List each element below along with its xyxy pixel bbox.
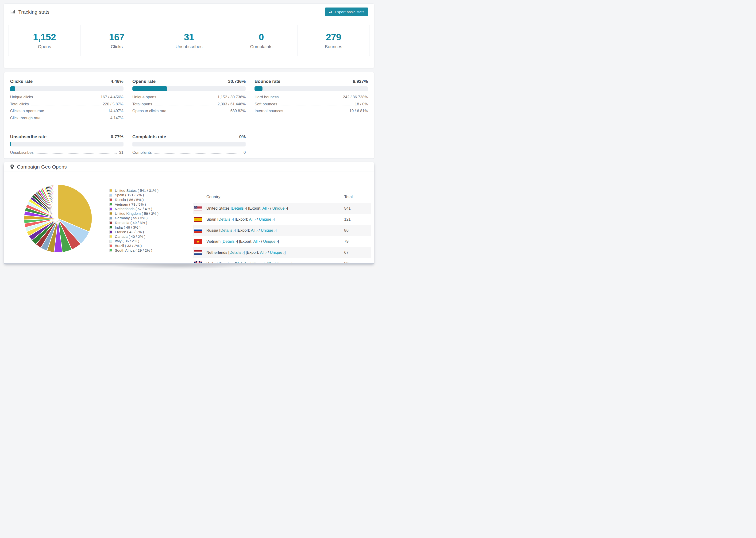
details-link[interactable]: Details ›	[218, 217, 233, 221]
rate-block-unsubscribe-rate: Unsubscribe rate0.77%Unsubscribes31	[10, 134, 124, 157]
export-all-link[interactable]: All ›	[260, 250, 266, 254]
details-link[interactable]: Details ›	[236, 261, 250, 264]
export-unique-link[interactable]: Unique ›	[277, 261, 291, 264]
legend-swatch	[109, 244, 112, 247]
rate-block-opens-rate: Opens rate30.736%Unique opens1,152 / 30.…	[133, 79, 246, 123]
slash: /	[267, 250, 270, 254]
rate-row-label: Unique clicks	[10, 95, 33, 99]
dotted-leader	[43, 119, 108, 119]
legend-swatch	[109, 203, 112, 206]
export-all-link[interactable]: All ›	[251, 228, 257, 232]
bar-chart-icon	[10, 9, 16, 15]
legend-swatch	[109, 217, 112, 220]
dotted-leader	[154, 105, 215, 105]
export-all-link[interactable]: All ›	[262, 206, 269, 210]
summary-stat-label: Opens	[38, 44, 51, 49]
export-all-link[interactable]: All ›	[249, 217, 256, 221]
summary-stat-value: 0	[259, 32, 264, 42]
legend-swatch	[109, 212, 112, 215]
rate-row-label: Click through rate	[10, 116, 40, 120]
country-name: United States	[206, 206, 231, 210]
rates-grid: Clicks rate4.46%Unique clicks167 / 4.456…	[10, 79, 368, 157]
rate-row-value: 1,152 / 30.736%	[217, 95, 245, 99]
rate-row: Total clicks220 / 5.87%	[10, 102, 124, 109]
rate-row-value: 31	[119, 150, 123, 155]
geo-table-row: Spain [Details ›] [Export: All › / Uniqu…	[193, 214, 371, 225]
tracking-stats-card: Tracking stats Export basic stats 1,152O…	[4, 4, 374, 68]
geo-table-header-total: Total	[344, 194, 352, 199]
dotted-leader	[31, 105, 100, 105]
export-unique-link[interactable]: Unique ›	[272, 206, 287, 210]
legend-swatch	[109, 231, 112, 234]
geo-table-total-cell: 541	[344, 206, 351, 211]
legend-label: Russia ( 86 / 5% )	[115, 198, 144, 202]
details-link[interactable]: Details ›	[223, 239, 237, 243]
legend-swatch	[109, 249, 112, 252]
details-link[interactable]: Details ›	[229, 250, 244, 254]
rate-block-clicks-rate: Clicks rate4.46%Unique clicks167 / 4.456…	[10, 79, 124, 123]
export-unique-link[interactable]: Unique ›	[263, 239, 278, 243]
rate-progress-track	[10, 142, 124, 146]
export-all-link[interactable]: All ›	[267, 261, 273, 264]
export-all-link[interactable]: All ›	[253, 239, 260, 243]
export-basic-stats-button[interactable]: Export basic stats	[325, 8, 368, 16]
export-unique-link[interactable]: Unique ›	[259, 217, 274, 221]
summary-stat-value: 279	[326, 32, 341, 42]
legend-swatch	[109, 235, 112, 238]
legend-item: Germany ( 55 / 3% )	[109, 216, 158, 221]
geo-table-country-cell: Netherlands [Details ›] [Export: All › /…	[206, 250, 286, 255]
legend-label: Brazil ( 33 / 2% )	[115, 243, 142, 248]
rate-head: Complaints rate0%	[133, 134, 246, 139]
legend-swatch	[109, 221, 112, 224]
geo-table-country-cell: United Kingdom [Details ›] [Export: All …	[206, 261, 292, 264]
legend-item: Spain ( 121 / 7% )	[109, 193, 158, 198]
campaign-geo-opens-card: Campaign Geo Opens United States ( 541 /…	[4, 162, 374, 264]
rate-row-value: 242 / 86.738%	[343, 95, 368, 99]
dotted-leader	[35, 98, 98, 98]
rate-head: Unsubscribe rate0.77%	[10, 134, 124, 139]
details-link[interactable]: Details ›	[220, 228, 235, 232]
rate-title: Complaints rate	[133, 134, 166, 139]
map-marker-icon	[10, 164, 14, 170]
bracket: ]	[285, 250, 286, 254]
legend-item: United Kingdom ( 59 / 3% )	[109, 211, 158, 216]
rate-block-bounce-rate: Bounce rate6.927%Hard bounces242 / 86.73…	[254, 79, 368, 123]
dotted-leader	[36, 153, 117, 154]
bracket: ]	[246, 206, 248, 210]
rate-row: Internal bounces19 / 6.81%	[254, 109, 368, 116]
export-button-label: Export basic stats	[335, 10, 364, 14]
geo-table-total-cell: 86	[344, 228, 349, 233]
geo-table-total-cell: 79	[344, 239, 349, 243]
pie-slice-other	[58, 185, 58, 219]
rate-row: Clicks to opens rate14.497%	[10, 109, 124, 116]
legend-swatch	[109, 198, 112, 201]
legend-item: South Africa ( 29 / 2% )	[109, 248, 158, 253]
geo-table-row: United States [Details ›] [Export: All ›…	[193, 203, 371, 214]
geo-table: Country Total United States [Details ›] …	[193, 191, 371, 264]
export-icon	[329, 9, 333, 14]
rate-row-value: 689.82%	[230, 109, 245, 113]
rate-row: Complaints0	[133, 150, 246, 157]
export-unique-link[interactable]: Unique ›	[270, 250, 285, 254]
legend-label: Spain ( 121 / 7% )	[115, 193, 144, 197]
details-link[interactable]: Details ›	[232, 206, 246, 210]
export-unique-link[interactable]: Unique ›	[261, 228, 275, 232]
geo-table-row: Netherlands [Details ›] [Export: All › /…	[193, 247, 371, 258]
rate-row-label: Opens to clicks rate	[133, 109, 166, 113]
rate-row-label: Internal bounces	[254, 109, 283, 113]
rate-row-label: Complaints	[133, 150, 152, 155]
legend-label: France ( 42 / 2% )	[115, 230, 144, 234]
rate-value: 0.77%	[111, 134, 124, 139]
slash: /	[269, 206, 272, 210]
legend-item: United States ( 541 / 31% )	[109, 188, 158, 193]
legend-swatch	[109, 240, 112, 243]
rate-row-label: Total clicks	[10, 102, 29, 106]
slash: /	[273, 261, 277, 264]
rate-row: Unique clicks167 / 4.456%	[10, 95, 124, 102]
bracket: ]	[237, 239, 239, 243]
legend-item: Brazil ( 33 / 2% )	[109, 243, 158, 248]
bracket: ]	[274, 217, 275, 221]
export-label: [Export:	[239, 239, 253, 243]
summary-stats-strip: 1,152Opens167Clicks31Unsubscribes0Compla…	[8, 25, 370, 56]
rate-value: 0%	[239, 134, 245, 139]
